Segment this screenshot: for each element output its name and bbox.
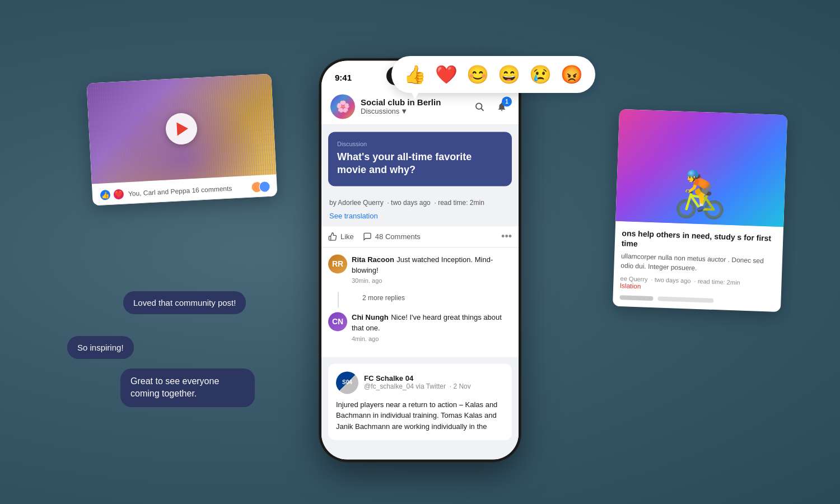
comment-avatars [251, 181, 270, 193]
smile-icon[interactable]: 😊 [466, 64, 489, 85]
chat-bubble-community: Loved that community post! [123, 291, 246, 314]
group-avatar: 🌸 [330, 94, 355, 119]
play-button[interactable] [165, 113, 198, 146]
group-name: Social club in Berlin [361, 97, 466, 107]
angry-icon[interactable]: 😡 [561, 64, 583, 85]
phone-shell: 9:41 ∿ [319, 58, 521, 461]
svg-point-0 [476, 103, 482, 109]
phone-content[interactable]: Discussion What's your all-time favorite… [321, 125, 519, 459]
discussion-meta: by Adorlee Querry · two days ago · read … [321, 193, 519, 208]
comments-button[interactable]: 48 Comments [363, 232, 492, 241]
phone-device: 9:41 ∿ [319, 58, 521, 461]
discussion-label: Discussion [337, 141, 503, 147]
right-card-desc: ullamcorper nulla non metus auctor . Don… [620, 252, 776, 276]
play-icon [176, 122, 188, 136]
comment-body-rita: Rita Racoon Just watched Inception. Mind… [352, 254, 512, 284]
chat-bubble-inspiring: So inspiring! [67, 336, 134, 359]
comment-time-rita: 30min. ago [352, 278, 512, 284]
more-replies[interactable]: 2 more replies [338, 292, 512, 308]
scene: 👍 ❤️ 😊 😄 😢 😡 👍 ❤️ You, Carl and Peppa 16… [0, 0, 840, 504]
post-image [86, 74, 276, 184]
search-button[interactable] [472, 99, 487, 114]
tweet-account-name: FC Schalke 04 [364, 374, 471, 382]
bar-2 [657, 296, 713, 302]
comment-chi: CN Chi Nungh Nice! I've heard great thin… [328, 312, 512, 342]
like-button[interactable]: Like [328, 232, 354, 241]
heart-icon[interactable]: ❤️ [435, 64, 458, 85]
comment-body-chi: Chi Nungh Nice! I've heard great things … [352, 312, 512, 342]
right-card-content: ons help others in need, study s for fir… [613, 221, 783, 312]
avatar-rita: RR [328, 254, 347, 273]
cyclist-icon: 🚴 [671, 167, 729, 222]
like-reaction: 👍 [99, 189, 111, 202]
reaction-bubble[interactable]: 👍 ❤️ 😊 😄 😢 😡 [391, 56, 595, 93]
phone-screen: 9:41 ∿ [321, 60, 519, 459]
tweet-text: Injured players near a return to action … [336, 399, 504, 432]
commenter-name-chi: Chi Nungh [352, 314, 389, 322]
tweet-handle: @fc_schalke_04 via Twitter · 2 Nov [364, 382, 471, 390]
discussion-title: What's your all-time favorite movie and … [337, 151, 503, 177]
more-options-button[interactable]: ••• [501, 231, 512, 242]
see-translation-link[interactable]: See translation [329, 212, 378, 220]
facebook-card: 👍 ❤️ You, Carl and Peppa 16 comments [86, 74, 277, 206]
chat-bubble-together: Great to see everyone coming together. [120, 368, 255, 407]
tweet-account-info: FC Schalke 04 @fc_schalke_04 via Twitter… [364, 374, 471, 390]
right-card-bars [619, 295, 774, 305]
right-card-title: ons help others in need, study s for fir… [622, 228, 777, 254]
app-header: 🌸 Social club in Berlin Discussions ▼ [321, 88, 519, 125]
tweet-header: S04 FC Schalke 04 @fc_schalke_04 via Twi… [336, 371, 504, 394]
schalke-logo: S04 [336, 371, 358, 394]
discussion-card: Discussion What's your all-time favorite… [328, 132, 512, 186]
post-actions: Like 48 Comments ••• [321, 226, 519, 248]
right-card-image: 🚴 [615, 109, 787, 227]
comment-time-chi: 4min. ago [352, 335, 512, 342]
reaction-text: You, Carl and Peppa 16 comments [128, 184, 232, 198]
comment-rita: RR Rita Racoon Just watched Inception. M… [328, 254, 512, 284]
group-section[interactable]: Discussions ▼ [361, 107, 466, 115]
tweet-card: S04 FC Schalke 04 @fc_schalke_04 via Twi… [328, 363, 512, 440]
sad-icon[interactable]: 😢 [529, 64, 552, 85]
svg-line-1 [481, 109, 483, 111]
notification-badge: 1 [502, 96, 512, 106]
notification-button[interactable]: 1 [494, 99, 510, 114]
comments-section: RR Rita Racoon Just watched Inception. M… [321, 248, 519, 357]
see-translation-wrapper: See translation [321, 208, 519, 226]
grin-icon[interactable]: 😄 [498, 64, 520, 85]
right-card: 🚴 ons help others in need, study s for f… [613, 109, 787, 312]
header-actions: 1 [472, 99, 510, 114]
bar-1 [619, 295, 653, 301]
status-time: 9:41 [335, 73, 352, 82]
avatar-chi: CN [328, 312, 347, 332]
thumbs-up-icon[interactable]: 👍 [404, 64, 426, 85]
heart-reaction: ❤️ [112, 188, 125, 200]
avatar-2 [259, 181, 270, 193]
group-info: Social club in Berlin Discussions ▼ [361, 97, 466, 115]
commenter-name-rita: Rita Racoon [352, 255, 394, 264]
reaction-icons: 👍 ❤️ [99, 188, 125, 201]
